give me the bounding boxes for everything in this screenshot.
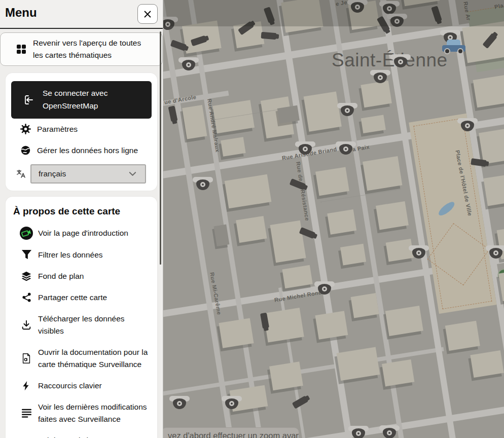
map-building (315, 311, 348, 339)
dome-camera-marker[interactable] (295, 141, 315, 155)
login-button-label: Se connecter avec OpenStreetMap (43, 87, 129, 113)
about-card: À propos de cette carte Voir la page d'i… (6, 197, 157, 438)
background-layers-label: Fond de plan (38, 270, 84, 282)
dome-camera-marker[interactable] (337, 103, 357, 117)
keyboard-shortcuts-button[interactable]: Raccourcis clavier (12, 375, 152, 396)
share-icon (20, 292, 33, 303)
dome-camera-pupil (178, 403, 181, 405)
map-building (479, 127, 504, 164)
dome-camera-marker[interactable] (347, 0, 368, 13)
introduction-button[interactable]: Voir la page d'introduction (12, 222, 152, 244)
map-building (182, 105, 207, 139)
map-building (270, 221, 306, 263)
dome-camera-marker[interactable] (457, 118, 478, 132)
menu-title: Menu (5, 6, 37, 20)
dome-camera-pupil (345, 148, 347, 150)
dome-camera-pupil (304, 148, 306, 150)
map-building (361, 81, 391, 107)
dome-camera-pupil (396, 20, 398, 22)
back-to-theme-index-button[interactable]: Revenir vers l'aperçu de toutes les cart… (0, 32, 163, 66)
statistics-label: Voir les statistiques pour Surveillance (38, 434, 150, 438)
map-building (264, 308, 304, 343)
dome-camera-marker[interactable] (486, 245, 504, 259)
dome-camera-marker[interactable] (336, 141, 356, 155)
statistics-button[interactable]: Voir les statistiques pour Surveillance (12, 430, 152, 438)
share-button[interactable]: Partager cette carte (12, 287, 152, 308)
map-building (225, 174, 272, 209)
offline-data-button[interactable]: Gérer les données hors ligne (11, 140, 152, 161)
dome-camera-marker[interactable] (370, 70, 390, 84)
map-building (304, 91, 342, 131)
menu-panel: Menu Revenir vers l'aperçu de toutes les… (0, 0, 163, 438)
map-building (470, 350, 503, 378)
dome-camera-pupil (466, 125, 469, 127)
documentation-row-label-0: Télécharger les données visibles (38, 313, 150, 337)
dome-camera-marker[interactable] (379, 1, 400, 15)
dome-camera-pupil (388, 432, 390, 434)
latest-changes-button[interactable]: Voir les dernières modifications faites … (12, 396, 152, 430)
download-button[interactable]: Télécharger les données visibles (12, 308, 152, 342)
close-button[interactable] (137, 4, 158, 24)
offline-data-label: Gérer les données hors ligne (37, 144, 138, 157)
history-icon (20, 408, 33, 418)
dome-camera-marker[interactable] (348, 426, 369, 438)
theme-camera-icon (20, 227, 33, 240)
dome-camera-pupil (167, 23, 169, 25)
map-building (327, 209, 356, 235)
login-icon (22, 94, 35, 106)
dome-camera-pupil (388, 8, 390, 10)
map-building (340, 244, 366, 266)
map-building (445, 321, 480, 351)
gear-icon (19, 124, 32, 134)
map-building (281, 0, 323, 33)
dome-camera-marker[interactable] (163, 17, 178, 30)
police-car-wheel (444, 48, 450, 54)
settings-label: Paramètres (37, 123, 78, 135)
dome-camera-marker[interactable] (409, 245, 429, 259)
map-building (376, 201, 409, 230)
dome-camera-marker[interactable] (387, 14, 407, 27)
language-select[interactable]: français (30, 164, 146, 184)
dome-camera-pupil (323, 288, 326, 290)
menu-scrollbar[interactable] (160, 31, 161, 265)
map-building (219, 318, 254, 348)
dome-camera-pupil (449, 36, 451, 39)
dome-camera-marker[interactable] (379, 425, 400, 438)
back-to-theme-index-label: Revenir vers l'aperçu de toutes les cart… (33, 37, 147, 61)
map-building (351, 293, 379, 318)
share-label: Partager cette carte (38, 291, 107, 304)
globe-icon (19, 145, 32, 156)
theme-grid-icon (15, 44, 28, 54)
map-area[interactable]: Saint-Étienne ue d'ArcoleRue Aristide Br… (163, 0, 504, 438)
map-building (363, 156, 402, 191)
filter-label: Filtrer les données (38, 249, 103, 261)
map-building (385, 306, 423, 336)
filter-button[interactable]: Filtrer les données (12, 244, 152, 266)
language-selected-value: français (39, 169, 66, 178)
map-building (337, 347, 380, 381)
dome-camera-marker[interactable] (222, 396, 242, 410)
city-label: Saint-Étienne (332, 50, 448, 71)
wall-camera-marker[interactable] (261, 32, 276, 40)
background-layers-button[interactable]: Fond de plan (12, 266, 152, 287)
map-building (315, 167, 349, 196)
documentation-button[interactable]: Ouvrir la documentation pour la carte th… (12, 342, 152, 375)
dome-camera-pupil (188, 64, 190, 66)
settings-button[interactable]: Paramètres (11, 119, 152, 140)
dome-camera-marker[interactable] (169, 396, 190, 410)
close-icon (141, 10, 154, 19)
dome-camera-marker[interactable] (390, 54, 411, 68)
dome-camera-marker[interactable] (193, 177, 213, 191)
map-building (236, 216, 267, 243)
dome-camera-pupil (495, 252, 497, 254)
police-car-marker[interactable] (442, 39, 465, 54)
map-building (361, 115, 386, 133)
keyboard-shortcuts-label: Raccourcis clavier (38, 380, 102, 392)
dome-camera-pupil (418, 252, 420, 254)
dome-camera-pupil (357, 432, 359, 434)
login-button[interactable]: Se connecter avec OpenStreetMap (11, 81, 152, 119)
documentation-icon (20, 353, 33, 364)
dome-camera-marker[interactable] (178, 57, 199, 71)
dome-camera-marker[interactable] (314, 281, 335, 295)
about-heading: À propos de cette carte (12, 206, 152, 217)
